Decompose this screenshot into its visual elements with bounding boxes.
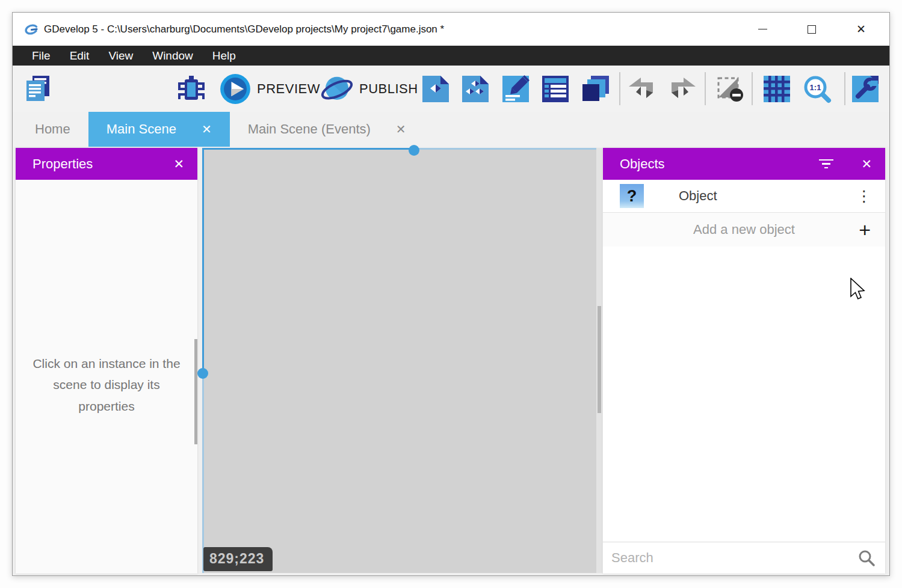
publish-label: PUBLISH — [359, 81, 418, 97]
svg-text:1:1: 1:1 — [810, 83, 821, 92]
tab-close-icon[interactable]: ✕ — [202, 122, 212, 136]
window-mask-icon — [715, 75, 744, 103]
main-area: Properties ✕ Click on an instance in the… — [13, 147, 889, 575]
preview-label: PREVIEW — [257, 81, 320, 97]
gdevelop-logo-icon — [23, 22, 39, 37]
grid-icon — [762, 75, 791, 103]
settings-button[interactable] — [850, 73, 881, 105]
add-object-label: Add a new object — [603, 222, 885, 237]
redo-button[interactable] — [667, 73, 698, 105]
properties-panel-title: Properties — [32, 156, 93, 172]
menu-help[interactable]: Help — [203, 46, 246, 66]
objects-close-icon[interactable]: ✕ — [861, 157, 872, 171]
events-sheet-icon — [541, 75, 570, 103]
properties-close-icon[interactable]: ✕ — [173, 157, 184, 171]
tab-label: Main Scene (Events) — [248, 121, 371, 137]
close-button[interactable]: ✕ — [849, 17, 873, 41]
cursor-coordinates-badge: 829;223 — [203, 547, 273, 571]
toolbar-separator — [619, 72, 620, 105]
layers-button[interactable] — [580, 73, 611, 105]
toggle-window-mask-button[interactable] — [714, 73, 745, 105]
filter-icon[interactable] — [819, 159, 833, 169]
publish-button[interactable]: PUBLISH — [321, 73, 418, 105]
canvas-vertical-scrollbar[interactable] — [596, 148, 602, 573]
tab-home[interactable]: Home — [17, 112, 88, 147]
preview-play-icon — [220, 73, 251, 105]
titlebar: GDevelop 5 - C:\Users\charburg\Documents… — [13, 13, 889, 46]
scene-properties-pencil-icon — [501, 75, 530, 103]
search-input[interactable] — [611, 550, 885, 566]
canvas-scrollbar-thumb[interactable] — [598, 306, 601, 413]
project-manager-icon — [24, 75, 53, 103]
more-options-icon[interactable]: ⋮ — [856, 187, 872, 206]
tabbar: Home Main Scene ✕ Main Scene (Events) ✕ — [13, 112, 889, 147]
objects-panel-header: Objects ✕ — [603, 148, 885, 180]
objects-panel: Objects ✕ ? Object ⋮ Add a new object + — [603, 148, 885, 574]
object-list-item[interactable]: ? Object ⋮ — [603, 180, 885, 213]
properties-empty-message: Click on an instance in the scene to dis… — [28, 353, 185, 417]
minimize-button[interactable] — [750, 17, 774, 41]
add-icon: + — [859, 219, 871, 240]
properties-panel-header: Properties ✕ — [16, 148, 197, 180]
menubar: File Edit View Window Help — [13, 46, 889, 66]
toolbar: PREVIEW PUBLISH — [13, 66, 889, 112]
debugger-icon — [177, 75, 206, 103]
tab-label: Home — [35, 121, 70, 137]
toolbar-separator — [752, 72, 753, 105]
search-icon[interactable] — [857, 549, 876, 567]
menu-window[interactable]: Window — [143, 46, 203, 66]
window-title: GDevelop 5 - C:\Users\charburg\Documents… — [44, 23, 444, 35]
scene-window-border-left — [202, 148, 204, 373]
objects-empty-space — [603, 247, 885, 542]
toolbar-separator — [705, 72, 706, 105]
object-thumbnail-icon: ? — [620, 184, 644, 208]
publish-globe-icon — [321, 73, 353, 105]
preview-button[interactable]: PREVIEW — [220, 73, 320, 105]
scene-properties-button[interactable] — [500, 73, 531, 105]
tab-close-icon[interactable]: ✕ — [396, 122, 406, 136]
edit-scene-icon — [421, 75, 450, 103]
maximize-icon — [808, 25, 816, 34]
objects-list-button[interactable] — [460, 73, 491, 105]
settings-wrench-icon — [851, 75, 880, 103]
debugger-button[interactable] — [176, 73, 207, 105]
tab-main-scene[interactable]: Main Scene ✕ — [88, 112, 230, 147]
scene-window-border-top — [202, 148, 414, 150]
menu-edit[interactable]: Edit — [60, 46, 99, 66]
objects-search-bar — [603, 542, 885, 574]
scene-resize-handle-top[interactable] — [409, 145, 419, 156]
scene-window-border-top-extension — [414, 148, 596, 150]
edit-scene-button[interactable] — [420, 73, 451, 105]
undo-icon — [628, 75, 656, 103]
properties-body: Click on an instance in the scene to dis… — [16, 180, 197, 574]
menu-view[interactable]: View — [99, 46, 143, 66]
objects-list-icon — [461, 75, 490, 103]
close-icon: ✕ — [856, 23, 866, 35]
objects-panel-title: Objects — [620, 156, 665, 172]
minimize-icon — [758, 29, 767, 29]
scene-canvas[interactable]: 829;223 — [202, 148, 596, 573]
zoom-1-1-icon: 1:1 — [803, 75, 832, 103]
scene-resize-handle-left[interactable] — [197, 368, 208, 379]
maximize-button[interactable] — [800, 17, 824, 41]
zoom-1-1-button[interactable]: 1:1 — [802, 73, 833, 105]
scene-window-border-left-extension — [202, 373, 204, 573]
properties-panel: Properties ✕ Click on an instance in the… — [16, 148, 197, 574]
events-sheet-button[interactable] — [540, 73, 571, 105]
add-object-row[interactable]: Add a new object + — [603, 213, 885, 247]
project-manager-button[interactable] — [23, 73, 54, 105]
layers-icon — [581, 75, 610, 103]
object-name: Object — [679, 188, 717, 204]
toolbar-separator — [844, 72, 845, 105]
undo-button[interactable] — [626, 73, 658, 105]
redo-icon — [668, 75, 697, 103]
tab-main-scene-events[interactable]: Main Scene (Events) ✕ — [230, 112, 424, 147]
tab-label: Main Scene — [107, 121, 176, 137]
app-window: GDevelop 5 - C:\Users\charburg\Documents… — [12, 12, 890, 576]
menu-file[interactable]: File — [22, 46, 60, 66]
toggle-grid-button[interactable] — [761, 73, 792, 105]
properties-scrollbar[interactable] — [194, 339, 197, 444]
